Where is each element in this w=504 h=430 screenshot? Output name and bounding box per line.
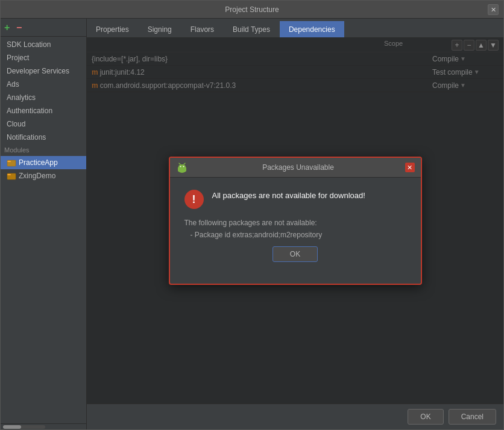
scrollbar-track bbox=[3, 425, 45, 429]
sidebar-scrollbar[interactable] bbox=[1, 423, 86, 429]
sidebar-toolbar: + − bbox=[1, 19, 86, 37]
svg-point-9 bbox=[180, 166, 181, 167]
svg-rect-4 bbox=[7, 174, 11, 175]
module-item-practiceapp[interactable]: PracticeApp bbox=[1, 156, 86, 169]
tab-flavors[interactable]: Flavors bbox=[181, 21, 223, 37]
svg-point-10 bbox=[183, 166, 184, 167]
android-icon bbox=[176, 161, 188, 173]
remove-button[interactable]: − bbox=[16, 23, 26, 33]
modal-error-detail: The following packages are not available… bbox=[184, 219, 406, 227]
window-close-button[interactable]: ✕ bbox=[488, 4, 499, 15]
svg-point-8 bbox=[178, 164, 186, 169]
packages-unavailable-dialog: Packages Unavailable ✕ ! All packages ar… bbox=[169, 157, 422, 285]
sidebar: + − SDK Location Project Developer Servi… bbox=[1, 19, 87, 429]
cancel-button[interactable]: Cancel bbox=[449, 409, 496, 425]
sidebar-item-developer-services[interactable]: Developer Services bbox=[1, 64, 86, 78]
folder-icon bbox=[7, 158, 16, 167]
modules-section-label: Modules bbox=[1, 144, 86, 156]
content-area: Properties Signing Flavors Build Types D… bbox=[87, 19, 503, 429]
folder-icon-2 bbox=[7, 171, 16, 181]
modal-package-item: - Package id extras;android;m2repository bbox=[184, 231, 406, 239]
footer-bar: OK Cancel bbox=[87, 404, 503, 429]
modal-footer: OK bbox=[184, 239, 406, 272]
tab-dependencies[interactable]: Dependencies bbox=[280, 21, 344, 37]
module-label-practiceapp: PracticeApp bbox=[19, 158, 58, 167]
sidebar-item-cloud[interactable]: Cloud bbox=[1, 117, 86, 131]
error-icon: ! bbox=[184, 190, 204, 209]
add-button[interactable]: + bbox=[4, 23, 14, 33]
sidebar-item-analytics[interactable]: Analytics bbox=[1, 91, 86, 104]
sidebar-item-notifications[interactable]: Notifications bbox=[1, 131, 86, 144]
scrollbar-thumb bbox=[3, 425, 21, 429]
svg-line-11 bbox=[179, 163, 180, 164]
window-title: Project Structure bbox=[225, 5, 279, 14]
modal-error-row: ! All packages are not available for dow… bbox=[184, 190, 406, 209]
modal-close-button[interactable]: ✕ bbox=[405, 163, 415, 172]
module-label-zxingdemo: ZxingDemo bbox=[19, 172, 55, 180]
module-item-zxingdemo[interactable]: ZxingDemo bbox=[1, 169, 86, 182]
dependencies-table-area: Scope + − ▲ ▼ {include=[*.jar], dir=libs… bbox=[87, 38, 503, 404]
sidebar-item-project[interactable]: Project bbox=[1, 51, 86, 64]
tabs-bar: Properties Signing Flavors Build Types D… bbox=[87, 19, 503, 38]
ok-button[interactable]: OK bbox=[408, 409, 443, 425]
modal-title-bar: Packages Unavailable ✕ bbox=[170, 158, 421, 178]
modal-title: Packages Unavailable bbox=[192, 163, 405, 172]
modal-error-main: All packages are not available for downl… bbox=[212, 190, 365, 202]
modal-error-content: All packages are not available for downl… bbox=[212, 190, 365, 202]
tab-build-types[interactable]: Build Types bbox=[224, 21, 279, 37]
modal-body: ! All packages are not available for dow… bbox=[170, 178, 421, 284]
svg-line-12 bbox=[184, 163, 185, 164]
sidebar-items-list: SDK Location Project Developer Services … bbox=[1, 37, 86, 423]
title-bar: Project Structure ✕ bbox=[1, 1, 503, 19]
sidebar-item-authentication[interactable]: Authentication bbox=[1, 104, 86, 117]
modal-ok-button[interactable]: OK bbox=[272, 246, 318, 262]
modal-overlay: Packages Unavailable ✕ ! All packages ar… bbox=[87, 38, 503, 404]
main-window: Project Structure ✕ + − SDK Location Pro… bbox=[0, 0, 504, 430]
main-body: + − SDK Location Project Developer Servi… bbox=[1, 19, 503, 429]
sidebar-item-ads[interactable]: Ads bbox=[1, 78, 86, 91]
tab-properties[interactable]: Properties bbox=[87, 21, 138, 37]
tab-signing[interactable]: Signing bbox=[139, 21, 181, 37]
svg-rect-1 bbox=[7, 161, 11, 162]
sidebar-item-sdk-location[interactable]: SDK Location bbox=[1, 38, 86, 51]
